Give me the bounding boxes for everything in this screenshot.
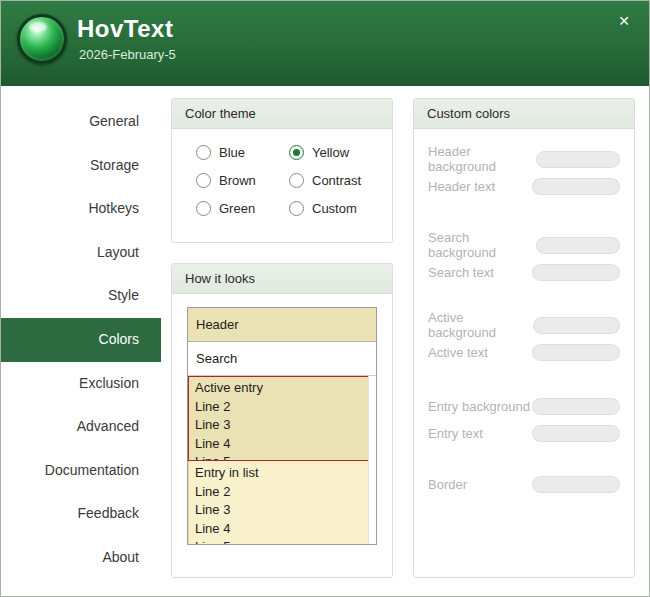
entry-background-swatch[interactable]: [532, 398, 620, 415]
radio-circle-icon: [289, 173, 304, 188]
entry-text-label: Entry text: [428, 426, 483, 441]
sidebar-item-hotkeys[interactable]: Hotkeys: [1, 187, 161, 231]
sidebar-item-advanced[interactable]: Advanced: [1, 405, 161, 449]
custom-color-row: Entry background: [428, 396, 620, 416]
sidebar-item-colors[interactable]: Colors: [1, 318, 161, 362]
preview-header-row: Header: [188, 308, 376, 342]
radio-yellow[interactable]: Yellow: [289, 145, 382, 160]
sidebar-item-general[interactable]: General: [1, 100, 161, 144]
app-title: HovText: [77, 15, 173, 43]
preview-search-row: Search: [188, 342, 376, 376]
preview-line: Entry in list: [195, 464, 370, 483]
preview-line: Line 5: [195, 453, 369, 461]
active-text-swatch[interactable]: [532, 344, 620, 361]
radio-green[interactable]: Green: [196, 201, 289, 216]
custom-color-row: Active background: [428, 315, 620, 335]
custom-color-row: Header text: [428, 176, 620, 196]
radio-brown[interactable]: Brown: [196, 173, 289, 188]
preview-group: How it looks Header Search Active entry …: [171, 263, 393, 578]
custom-color-row: Search background: [428, 235, 620, 255]
preview-line: Line 2: [195, 483, 370, 502]
preview-line: Line 4: [195, 435, 369, 454]
preview-entry-in-list: Entry in list Line 2 Line 3 Line 4 Line …: [188, 461, 370, 545]
border-label: Border: [428, 477, 467, 492]
radio-circle-icon: [289, 201, 304, 216]
preview-group-title: How it looks: [172, 264, 392, 294]
border-swatch[interactable]: [532, 476, 620, 493]
sidebar-item-documentation[interactable]: Documentation: [1, 449, 161, 493]
header-text-label: Header text: [428, 179, 495, 194]
color-theme-group-title: Color theme: [172, 99, 392, 129]
color-theme-options: Blue Yellow Brown Contrast Green Custom: [172, 129, 392, 226]
sidebar-item-storage[interactable]: Storage: [1, 144, 161, 188]
preview-line: Line 5: [195, 538, 370, 545]
preview-list-area: Active entry Line 2 Line 3 Line 4 Line 5…: [188, 376, 376, 545]
custom-color-row: Border: [428, 474, 620, 494]
title-bar: HovText 2026-February-5 ✕: [1, 1, 649, 86]
preview-line: Line 3: [195, 416, 369, 435]
radio-contrast[interactable]: Contrast: [289, 173, 382, 188]
entry-background-label: Entry background: [428, 399, 530, 414]
custom-color-row: Search text: [428, 262, 620, 282]
entry-text-swatch[interactable]: [532, 425, 620, 442]
header-background-label: Header background: [428, 144, 536, 174]
custom-colors-group: Custom colors Header background Header t…: [413, 98, 635, 578]
radio-blue[interactable]: Blue: [196, 145, 289, 160]
radio-circle-icon: [196, 201, 211, 216]
radio-circle-selected-icon: [289, 145, 304, 160]
theme-preview: Header Search Active entry Line 2 Line 3…: [187, 307, 377, 545]
preview-line: Line 3: [195, 501, 370, 520]
preview-scrollbar[interactable]: [368, 376, 376, 545]
custom-color-row: Header background: [428, 149, 620, 169]
radio-circle-icon: [196, 173, 211, 188]
app-logo-icon: [17, 14, 67, 64]
color-theme-group: Color theme Blue Yellow Brown Contrast G…: [171, 98, 393, 243]
preview-line: Line 2: [195, 398, 369, 417]
preview-line: Active entry: [195, 379, 369, 398]
custom-color-row: Active text: [428, 342, 620, 362]
radio-custom[interactable]: Custom: [289, 201, 382, 216]
active-text-label: Active text: [428, 345, 488, 360]
close-icon[interactable]: ✕: [613, 10, 635, 32]
sidebar-nav: General Storage Hotkeys Layout Style Col…: [1, 86, 161, 596]
active-background-label: Active background: [428, 310, 533, 340]
custom-color-row: Entry text: [428, 423, 620, 443]
header-background-swatch[interactable]: [536, 151, 620, 168]
sidebar-item-layout[interactable]: Layout: [1, 231, 161, 275]
preview-active-entry: Active entry Line 2 Line 3 Line 4 Line 5: [188, 376, 370, 461]
app-version-date: 2026-February-5: [79, 47, 176, 62]
sidebar-item-about[interactable]: About: [1, 536, 161, 580]
search-background-label: Search background: [428, 230, 536, 260]
sidebar-item-exclusion[interactable]: Exclusion: [1, 362, 161, 406]
sidebar-item-feedback[interactable]: Feedback: [1, 492, 161, 536]
header-text-swatch[interactable]: [532, 178, 620, 195]
active-background-swatch[interactable]: [533, 317, 620, 334]
hovtext-window: HovText 2026-February-5 ✕ General Storag…: [0, 0, 650, 597]
search-background-swatch[interactable]: [536, 237, 620, 254]
radio-circle-icon: [196, 145, 211, 160]
search-text-label: Search text: [428, 265, 494, 280]
sidebar-item-style[interactable]: Style: [1, 274, 161, 318]
search-text-swatch[interactable]: [532, 264, 620, 281]
custom-colors-group-title: Custom colors: [414, 99, 634, 129]
preview-line: Line 4: [195, 520, 370, 539]
